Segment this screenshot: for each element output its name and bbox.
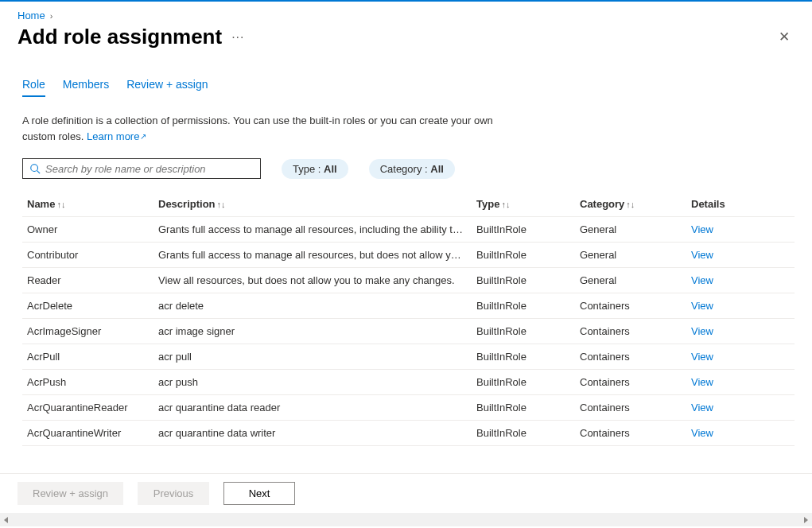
cell-type: BuiltInRole xyxy=(472,395,575,421)
table-row[interactable]: AcrPushacr pushBuiltInRoleContainersView xyxy=(22,370,795,395)
cell-description: acr quarantine data reader xyxy=(153,395,472,421)
cell-category: Containers xyxy=(575,395,686,421)
sort-icon: ↑↓ xyxy=(217,200,226,209)
cell-type: BuiltInRole xyxy=(472,217,575,243)
cell-category: General xyxy=(575,217,686,243)
table-row[interactable]: AcrQuarantineWriteracr quarantine data w… xyxy=(22,421,795,446)
cell-name: Reader xyxy=(22,268,153,293)
view-link[interactable]: View xyxy=(691,325,713,337)
column-header-details: Details xyxy=(686,192,795,217)
table-row[interactable]: AcrQuarantineReaderacr quarantine data r… xyxy=(22,395,795,421)
cell-details: View xyxy=(686,293,795,319)
cell-description: Grants full access to manage all resourc… xyxy=(153,243,472,268)
view-link[interactable]: View xyxy=(691,376,713,388)
cell-name: AcrImageSigner xyxy=(22,319,153,344)
cell-description: Grants full access to manage all resourc… xyxy=(153,217,472,243)
cell-type: BuiltInRole xyxy=(472,319,575,344)
view-link[interactable]: View xyxy=(691,427,713,439)
cell-description: acr quarantine data writer xyxy=(153,421,472,446)
cell-category: Containers xyxy=(575,370,686,395)
previous-button[interactable]: Previous xyxy=(138,482,209,505)
search-input[interactable] xyxy=(45,163,254,175)
cell-description: acr image signer xyxy=(153,319,472,344)
more-menu-icon[interactable]: ··· xyxy=(231,30,244,45)
sort-icon: ↑↓ xyxy=(626,200,635,209)
tabs: Role Members Review + assign xyxy=(22,78,795,97)
close-button[interactable]: ✕ xyxy=(774,25,795,49)
filter-type-label: Type : xyxy=(293,163,324,175)
tab-review-assign[interactable]: Review + assign xyxy=(126,78,208,97)
horizontal-scrollbar[interactable] xyxy=(0,513,812,526)
cell-type: BuiltInRole xyxy=(472,370,575,395)
column-header-category[interactable]: Category↑↓ xyxy=(575,192,686,217)
close-icon: ✕ xyxy=(779,29,790,45)
chevron-right-icon: › xyxy=(50,11,53,21)
svg-line-1 xyxy=(37,171,41,174)
cell-description: View all resources, but does not allow y… xyxy=(153,268,472,293)
cell-name: AcrQuarantineWriter xyxy=(22,421,153,446)
cell-category: Containers xyxy=(575,293,686,319)
view-link[interactable]: View xyxy=(691,351,713,363)
search-icon xyxy=(29,163,41,174)
cell-category: Containers xyxy=(575,421,686,446)
cell-name: AcrPush xyxy=(22,370,153,395)
table-row[interactable]: OwnerGrants full access to manage all re… xyxy=(22,217,795,243)
view-link[interactable]: View xyxy=(691,249,713,261)
table-row[interactable]: AcrDeleteacr deleteBuiltInRoleContainers… xyxy=(22,293,795,319)
table-row[interactable]: ContributorGrants full access to manage … xyxy=(22,243,795,268)
cell-name: AcrPull xyxy=(22,344,153,370)
view-link[interactable]: View xyxy=(691,223,713,235)
table-row[interactable]: AcrImageSigneracr image signerBuiltInRol… xyxy=(22,319,795,344)
cell-type: BuiltInRole xyxy=(472,293,575,319)
column-header-description[interactable]: Description↑↓ xyxy=(153,192,472,217)
column-header-name[interactable]: Name↑↓ xyxy=(22,192,153,217)
column-header-type[interactable]: Type↑↓ xyxy=(472,192,575,217)
cell-details: View xyxy=(686,217,795,243)
view-link[interactable]: View xyxy=(691,274,713,286)
sort-icon: ↑↓ xyxy=(56,200,65,209)
external-link-icon: ↗ xyxy=(140,132,146,141)
cell-category: General xyxy=(575,268,686,293)
filter-category-value: All xyxy=(430,163,444,175)
cell-category: General xyxy=(575,243,686,268)
footer: Review + assign Previous Next xyxy=(0,473,812,513)
cell-details: View xyxy=(686,319,795,344)
filter-category[interactable]: Category : All xyxy=(369,159,455,179)
description: A role definition is a collection of per… xyxy=(22,113,499,144)
breadcrumb-home[interactable]: Home xyxy=(17,10,45,21)
cell-description: acr push xyxy=(153,370,472,395)
tab-members[interactable]: Members xyxy=(63,78,109,97)
page-title: Add role assignment xyxy=(17,25,222,49)
cell-type: BuiltInRole xyxy=(472,268,575,293)
view-link[interactable]: View xyxy=(691,402,713,413)
cell-details: View xyxy=(686,243,795,268)
cell-description: acr pull xyxy=(153,344,472,370)
cell-name: Owner xyxy=(22,217,153,243)
cell-category: Containers xyxy=(575,319,686,344)
next-button[interactable]: Next xyxy=(223,482,295,505)
learn-more-link[interactable]: Learn more↗ xyxy=(87,130,146,142)
roles-table: Name↑↓ Description↑↓ Type↑↓ Category↑↓ D… xyxy=(22,192,795,446)
filter-type-value: All xyxy=(324,163,337,175)
cell-details: View xyxy=(686,344,795,370)
cell-details: View xyxy=(686,268,795,293)
filter-category-label: Category : xyxy=(380,163,431,175)
cell-type: BuiltInRole xyxy=(472,243,575,268)
search-input-container[interactable] xyxy=(22,158,261,179)
sort-icon: ↑↓ xyxy=(501,200,510,209)
table-row[interactable]: ReaderView all resources, but does not a… xyxy=(22,268,795,293)
cell-category: Containers xyxy=(575,344,686,370)
view-link[interactable]: View xyxy=(691,300,713,312)
cell-name: AcrQuarantineReader xyxy=(22,395,153,421)
cell-name: Contributor xyxy=(22,243,153,268)
filter-type[interactable]: Type : All xyxy=(282,159,348,179)
breadcrumb: Home › xyxy=(17,10,795,21)
table-row[interactable]: AcrPullacr pullBuiltInRoleContainersView xyxy=(22,344,795,370)
cell-type: BuiltInRole xyxy=(472,421,575,446)
tab-role[interactable]: Role xyxy=(22,78,45,97)
review-assign-button[interactable]: Review + assign xyxy=(17,482,123,505)
cell-details: View xyxy=(686,395,795,421)
cell-name: AcrDelete xyxy=(22,293,153,319)
cell-description: acr delete xyxy=(153,293,472,319)
cell-details: View xyxy=(686,421,795,446)
